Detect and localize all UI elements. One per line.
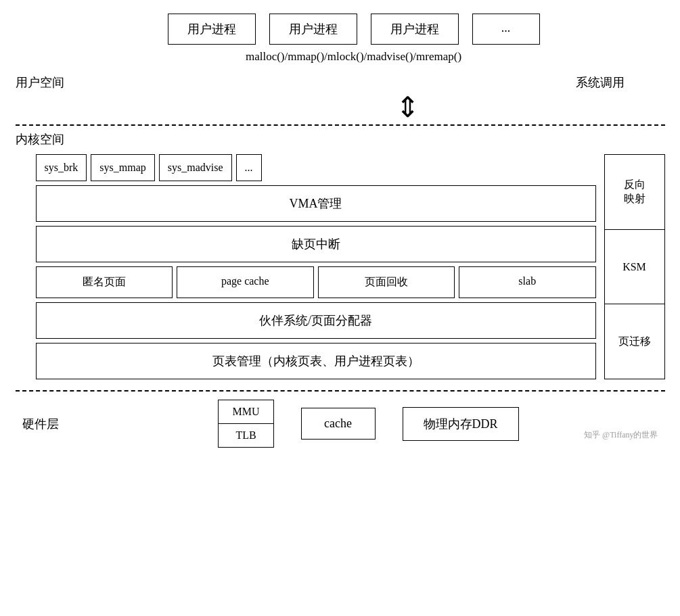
vma-box: VMA管理 (36, 185, 596, 222)
page-reclaim-box: 页面回收 (318, 266, 455, 298)
page-migration-cell: 页迁移 (605, 304, 664, 379)
kernel-content: sys_brk sys_mmap sys_madvise ... VMA管理 缺… (36, 154, 665, 379)
memory-architecture-diagram: 用户进程 用户进程 用户进程 ... malloc()/mmap()/mlock… (16, 14, 665, 448)
sys-dots-box: ... (236, 154, 262, 181)
kernel-right-panel: 反向映射 KSM 页迁移 (604, 154, 665, 379)
cache-box: cache (301, 408, 376, 440)
hardware-label: 硬件层 (22, 416, 59, 432)
hardware-boxes: MMU TLB cache 物理内存DDR (72, 400, 665, 448)
sys-row: sys_brk sys_mmap sys_madvise ... (36, 154, 596, 181)
malloc-line: malloc()/mmap()/mlock()/madvise()/mremap… (16, 50, 665, 64)
page-table-box: 页表管理（内核页表、用户进程页表） (36, 343, 596, 379)
mmu-tlb-box: MMU TLB (218, 400, 273, 448)
space-divider (16, 124, 665, 126)
ddr-box: 物理内存DDR (403, 407, 519, 441)
user-process-dots: ... (472, 14, 540, 45)
double-arrow-icon: ⇕ (396, 93, 420, 122)
page-fault-box: 缺页中断 (36, 226, 596, 262)
kernel-left-panel: sys_brk sys_mmap sys_madvise ... VMA管理 缺… (36, 154, 596, 379)
hardware-layer: 硬件层 MMU TLB cache 物理内存DDR (16, 400, 665, 448)
kernel-space-label: 内核空间 (16, 131, 665, 147)
user-process-3: 用户进程 (371, 14, 459, 45)
syscall-arrow: ⇕ (16, 93, 665, 122)
multi-row: 匿名页面 page cache 页面回收 slab (36, 266, 596, 298)
user-space-label: 用户空间 (16, 76, 64, 89)
page-cache-box: page cache (177, 266, 314, 298)
user-process-2: 用户进程 (269, 14, 357, 45)
sys-brk-box: sys_brk (36, 154, 87, 181)
anon-page-box: 匿名页面 (36, 266, 173, 298)
buddy-box: 伙伴系统/页面分配器 (36, 302, 596, 339)
sys-mmap-box: sys_mmap (91, 154, 154, 181)
hardware-divider (16, 390, 665, 392)
space-section: 用户空间 系统调用 ⇕ 内核空间 (16, 74, 665, 147)
syscall-label: 系统调用 (576, 74, 625, 91)
user-processes-row: 用户进程 用户进程 用户进程 ... (16, 14, 665, 45)
watermark: 知乎 @Tiffany的世界 (584, 429, 658, 441)
user-process-1: 用户进程 (168, 14, 256, 45)
tlb-label: TLB (219, 424, 273, 447)
slab-box: slab (459, 266, 596, 298)
mmu-label: MMU (219, 400, 273, 424)
reverse-mapping-cell: 反向映射 (605, 155, 664, 230)
sys-madvise-box: sys_madvise (159, 154, 232, 181)
ksm-cell: KSM (605, 230, 664, 305)
